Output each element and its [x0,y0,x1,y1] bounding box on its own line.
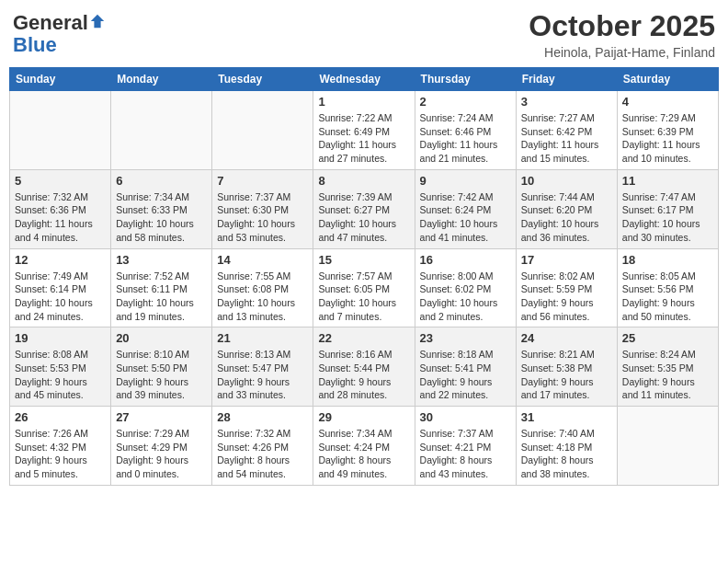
day-info: Sunrise: 7:57 AM Sunset: 6:05 PM Dayligh… [318,270,409,324]
calendar-table: SundayMondayTuesdayWednesdayThursdayFrid… [9,67,719,486]
day-info: Sunrise: 7:34 AM Sunset: 6:33 PM Dayligh… [116,190,207,245]
day-number: 31 [521,410,612,424]
calendar-cell: 19Sunrise: 8:08 AM Sunset: 5:53 PM Dayli… [10,327,111,407]
day-number: 30 [420,410,511,424]
day-number: 12 [15,253,106,267]
day-info: Sunrise: 7:34 AM Sunset: 4:24 PM Dayligh… [318,427,409,481]
calendar-header-row: SundayMondayTuesdayWednesdayThursdayFrid… [10,68,719,91]
calendar-cell: 18Sunrise: 8:05 AM Sunset: 5:56 PM Dayli… [617,248,718,327]
day-number: 11 [622,174,713,188]
calendar-cell: 31Sunrise: 7:40 AM Sunset: 4:18 PM Dayli… [516,407,617,486]
calendar-cell: 7Sunrise: 7:37 AM Sunset: 6:30 PM Daylig… [212,169,313,248]
day-info: Sunrise: 7:29 AM Sunset: 4:29 PM Dayligh… [116,427,207,481]
day-number: 5 [15,174,106,188]
calendar-cell: 2Sunrise: 7:24 AM Sunset: 6:46 PM Daylig… [415,91,516,170]
calendar-cell: 15Sunrise: 7:57 AM Sunset: 6:05 PM Dayli… [313,248,415,327]
calendar-cell: 8Sunrise: 7:39 AM Sunset: 6:27 PM Daylig… [313,169,415,248]
calendar-week-row: 5Sunrise: 7:32 AM Sunset: 6:36 PM Daylig… [10,169,719,248]
day-number: 23 [420,331,511,345]
calendar-cell: 6Sunrise: 7:34 AM Sunset: 6:33 PM Daylig… [111,169,212,248]
day-number: 27 [116,410,207,424]
calendar-cell [212,91,313,170]
day-info: Sunrise: 7:27 AM Sunset: 6:42 PM Dayligh… [521,111,612,166]
calendar-cell: 21Sunrise: 8:13 AM Sunset: 5:47 PM Dayli… [212,327,313,407]
calendar-cell: 1Sunrise: 7:22 AM Sunset: 6:49 PM Daylig… [313,91,415,170]
day-info: Sunrise: 8:02 AM Sunset: 5:59 PM Dayligh… [521,270,612,324]
day-info: Sunrise: 8:05 AM Sunset: 5:56 PM Dayligh… [622,270,713,324]
calendar-cell: 23Sunrise: 8:18 AM Sunset: 5:41 PM Dayli… [415,327,516,407]
calendar-cell [617,407,718,486]
calendar-cell: 17Sunrise: 8:02 AM Sunset: 5:59 PM Dayli… [516,248,617,327]
day-info: Sunrise: 8:16 AM Sunset: 5:44 PM Dayligh… [318,348,409,402]
day-of-week-header: Wednesday [313,68,415,91]
logo-icon [89,13,106,29]
day-number: 4 [622,95,713,109]
day-number: 1 [318,95,409,109]
day-info: Sunrise: 8:18 AM Sunset: 5:41 PM Dayligh… [420,348,511,402]
day-number: 16 [420,253,511,267]
day-number: 14 [217,253,308,267]
day-info: Sunrise: 7:49 AM Sunset: 6:14 PM Dayligh… [15,270,106,324]
day-info: Sunrise: 7:37 AM Sunset: 4:21 PM Dayligh… [420,427,511,481]
calendar-cell: 14Sunrise: 7:55 AM Sunset: 6:08 PM Dayli… [212,248,313,327]
calendar-week-row: 26Sunrise: 7:26 AM Sunset: 4:32 PM Dayli… [10,407,719,486]
day-number: 26 [15,410,106,424]
day-of-week-header: Saturday [617,68,718,91]
day-info: Sunrise: 8:08 AM Sunset: 5:53 PM Dayligh… [15,348,106,402]
day-number: 20 [116,331,207,345]
calendar-cell: 25Sunrise: 8:24 AM Sunset: 5:35 PM Dayli… [617,327,718,407]
calendar-cell: 26Sunrise: 7:26 AM Sunset: 4:32 PM Dayli… [10,407,111,486]
calendar-cell: 28Sunrise: 7:32 AM Sunset: 4:26 PM Dayli… [212,407,313,486]
day-number: 15 [318,253,409,267]
calendar-cell: 20Sunrise: 8:10 AM Sunset: 5:50 PM Dayli… [111,327,212,407]
day-info: Sunrise: 8:21 AM Sunset: 5:38 PM Dayligh… [521,348,612,402]
day-number: 25 [622,331,713,345]
day-number: 7 [217,174,308,188]
day-info: Sunrise: 7:42 AM Sunset: 6:24 PM Dayligh… [420,190,511,245]
month-title: October 2025 [529,9,715,43]
calendar-cell: 22Sunrise: 8:16 AM Sunset: 5:44 PM Dayli… [313,327,415,407]
logo: General Blue [13,13,106,57]
day-number: 2 [420,95,511,109]
calendar-cell: 30Sunrise: 7:37 AM Sunset: 4:21 PM Dayli… [415,407,516,486]
day-info: Sunrise: 7:29 AM Sunset: 6:39 PM Dayligh… [622,111,713,166]
day-info: Sunrise: 7:22 AM Sunset: 6:49 PM Dayligh… [318,111,409,166]
day-number: 3 [521,95,612,109]
calendar-cell: 16Sunrise: 8:00 AM Sunset: 6:02 PM Dayli… [415,248,516,327]
calendar-cell: 5Sunrise: 7:32 AM Sunset: 6:36 PM Daylig… [10,169,111,248]
day-info: Sunrise: 7:52 AM Sunset: 6:11 PM Dayligh… [116,270,207,324]
title-block: October 2025 Heinola, Paijat-Hame, Finla… [529,9,715,60]
svg-marker-0 [91,15,104,28]
calendar-week-row: 12Sunrise: 7:49 AM Sunset: 6:14 PM Dayli… [10,248,719,327]
calendar-week-row: 19Sunrise: 8:08 AM Sunset: 5:53 PM Dayli… [10,327,719,407]
day-info: Sunrise: 7:47 AM Sunset: 6:17 PM Dayligh… [622,190,713,245]
day-info: Sunrise: 7:26 AM Sunset: 4:32 PM Dayligh… [15,427,106,481]
day-number: 22 [318,331,409,345]
day-number: 21 [217,331,308,345]
logo-blue-text: Blue [13,33,57,57]
day-info: Sunrise: 8:10 AM Sunset: 5:50 PM Dayligh… [116,348,207,402]
day-info: Sunrise: 7:40 AM Sunset: 4:18 PM Dayligh… [521,427,612,481]
day-info: Sunrise: 7:37 AM Sunset: 6:30 PM Dayligh… [217,190,308,245]
day-number: 18 [622,253,713,267]
day-number: 29 [318,410,409,424]
day-number: 9 [420,174,511,188]
day-number: 6 [116,174,207,188]
day-of-week-header: Friday [516,68,617,91]
calendar-cell: 13Sunrise: 7:52 AM Sunset: 6:11 PM Dayli… [111,248,212,327]
day-info: Sunrise: 7:32 AM Sunset: 4:26 PM Dayligh… [217,427,308,481]
calendar-cell: 10Sunrise: 7:44 AM Sunset: 6:20 PM Dayli… [516,169,617,248]
day-number: 24 [521,331,612,345]
day-number: 13 [116,253,207,267]
calendar-cell: 9Sunrise: 7:42 AM Sunset: 6:24 PM Daylig… [415,169,516,248]
calendar-cell [111,91,212,170]
day-number: 19 [15,331,106,345]
day-info: Sunrise: 7:39 AM Sunset: 6:27 PM Dayligh… [318,190,409,245]
day-number: 28 [217,410,308,424]
day-of-week-header: Sunday [10,68,111,91]
location: Heinola, Paijat-Hame, Finland [529,45,715,60]
calendar-cell: 4Sunrise: 7:29 AM Sunset: 6:39 PM Daylig… [617,91,718,170]
calendar-cell: 27Sunrise: 7:29 AM Sunset: 4:29 PM Dayli… [111,407,212,486]
day-info: Sunrise: 8:24 AM Sunset: 5:35 PM Dayligh… [622,348,713,402]
day-info: Sunrise: 8:00 AM Sunset: 6:02 PM Dayligh… [420,270,511,324]
